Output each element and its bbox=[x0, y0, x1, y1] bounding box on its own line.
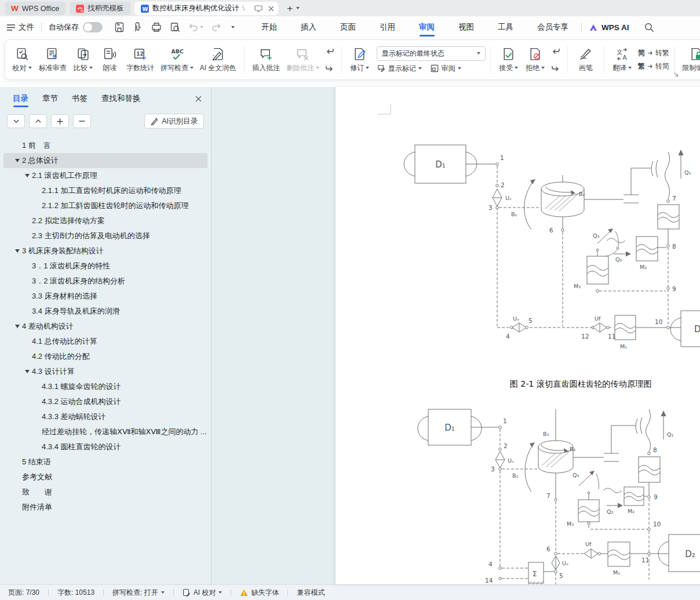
sidebar-tab-find-replace[interactable]: 查找和替换 bbox=[101, 88, 141, 110]
word-count-indicator[interactable]: 字数: 10513 bbox=[57, 588, 94, 598]
file-menu-button[interactable]: 文件 bbox=[7, 22, 34, 32]
accept-button[interactable]: 接受 bbox=[495, 45, 522, 75]
autosave-toggle[interactable] bbox=[83, 22, 103, 32]
ai-recognize-toc-button[interactable]: AI识别目录 bbox=[144, 114, 204, 129]
search-icon[interactable] bbox=[644, 23, 654, 32]
svg-text:8: 8 bbox=[672, 243, 676, 250]
divider bbox=[103, 589, 104, 596]
brush-button[interactable]: 画笔 bbox=[573, 45, 599, 75]
read-aloud-button[interactable]: 朗读 bbox=[96, 45, 123, 75]
menu-tab-1[interactable]: 插入 bbox=[300, 17, 318, 38]
reject-button[interactable]: 拒绝 bbox=[522, 45, 549, 75]
toc-item[interactable]: 致 谢 bbox=[3, 485, 207, 500]
standard-review-button[interactable]: 标准审查 bbox=[35, 45, 70, 75]
markup-state-select[interactable]: 显示标记的最终状态 bbox=[377, 46, 486, 61]
spell-check-button[interactable]: ABC 拼写检查 bbox=[158, 45, 197, 75]
toc-collapse-icon[interactable] bbox=[23, 370, 32, 373]
missing-font-warning[interactable]: 缺失字体 bbox=[240, 588, 279, 598]
toc-item[interactable]: 4.3.1 螺旋伞齿轮的设计 bbox=[3, 379, 207, 394]
toc-item[interactable]: 3．1 滚齿机床身的特性 bbox=[3, 259, 207, 274]
toc-item[interactable]: 3.3 床身材料的选择 bbox=[3, 289, 207, 304]
toc-item[interactable]: 4.1 总传动比的计算 bbox=[3, 334, 207, 349]
print-button[interactable] bbox=[151, 22, 162, 32]
save-button[interactable] bbox=[114, 22, 125, 32]
track-changes-button[interactable]: 修订 bbox=[347, 45, 373, 75]
sidebar-tab-bookmarks[interactable]: 书签 bbox=[72, 88, 88, 110]
toc-item[interactable]: 2 总体设计 bbox=[3, 153, 207, 168]
toc-item[interactable]: 4 差动机构设计 bbox=[3, 319, 207, 334]
show-markup-button[interactable]: 显示标记 bbox=[377, 64, 422, 74]
toc-item[interactable]: 2.2 拟定选择传动方案 bbox=[3, 213, 207, 228]
toc-item[interactable]: 4.3.4 圆柱直齿轮的设计 bbox=[3, 439, 207, 454]
quick-toolbar-chevron-icon[interactable] bbox=[229, 26, 235, 28]
toc-item[interactable]: 2.1.2 加工斜齿圆柱齿轮时的运动和传动原理 bbox=[3, 198, 207, 213]
wps-ai-button[interactable]: WPS AI bbox=[589, 23, 629, 32]
menu-tab-6[interactable]: 工具 bbox=[497, 17, 515, 38]
toc-collapse-icon[interactable] bbox=[13, 325, 22, 328]
toc-item[interactable]: 1 前 言 bbox=[3, 138, 207, 153]
page-indicator[interactable]: 页面: 7/30 bbox=[8, 588, 39, 598]
toc-collapse-icon[interactable] bbox=[13, 159, 22, 162]
simplified-to-traditional-button[interactable]: 简 转繁 bbox=[638, 48, 669, 58]
svg-text:9: 9 bbox=[672, 285, 676, 292]
ai-polish-button[interactable]: AI 全文润色 bbox=[196, 45, 239, 75]
translate-button[interactable]: 文A 翻译 bbox=[609, 45, 636, 75]
tab-docer-templates[interactable]: AI 找稻壳模板 bbox=[70, 2, 130, 15]
spellcheck-status[interactable]: 拼写检查: 打开 bbox=[112, 588, 165, 598]
sidebar-tab-toc[interactable]: 目录 bbox=[13, 88, 28, 110]
sidebar-close-icon[interactable] bbox=[195, 96, 202, 102]
toc-item[interactable]: 参考文献 bbox=[3, 470, 207, 485]
zoom-in-toc-button[interactable] bbox=[51, 114, 69, 128]
collapse-all-button[interactable] bbox=[29, 114, 47, 128]
menu-tab-2[interactable]: 页面 bbox=[339, 17, 357, 38]
word-count-button[interactable]: 12 字数统计 bbox=[123, 45, 157, 75]
previous-comment-icon[interactable] bbox=[324, 47, 336, 57]
toc-item[interactable]: 4.3 设计计算 bbox=[3, 364, 207, 379]
compare-button[interactable]: 比较 bbox=[70, 45, 96, 75]
toc-collapse-icon[interactable] bbox=[23, 174, 32, 177]
next-comment-icon[interactable] bbox=[324, 62, 336, 72]
menu-tab-0[interactable]: 开始 bbox=[260, 17, 278, 38]
toc-item[interactable]: 4.2 传动比的分配 bbox=[3, 349, 207, 364]
tab-wps-home[interactable]: W WPS Office bbox=[5, 2, 65, 15]
review-pane-button[interactable]: 审阅 bbox=[430, 64, 461, 74]
toc-item[interactable]: 3 机床床身装配结构设计 bbox=[3, 243, 207, 259]
toc-item[interactable]: 5 结束语 bbox=[3, 454, 207, 470]
export-pdf-button[interactable] bbox=[133, 22, 143, 32]
close-tab-icon[interactable] bbox=[268, 6, 274, 12]
traditional-to-simplified-button[interactable]: 繁 转简 bbox=[638, 61, 669, 71]
toc-item[interactable]: 3.4 床身导轨及机床的润滑 bbox=[3, 304, 207, 319]
svg-text:10: 10 bbox=[653, 521, 661, 528]
sidebar-tab-chapters[interactable]: 章节 bbox=[42, 88, 58, 110]
group-expand-icon[interactable] bbox=[673, 72, 679, 77]
toc-item[interactable]: 4.3.2 运动合成机构设计 bbox=[3, 394, 207, 409]
svg-text:2: 2 bbox=[501, 181, 505, 188]
toc-item[interactable]: 附件清单 bbox=[3, 500, 207, 515]
toc-item[interactable]: 2.1.1 加工直齿轮时机床的运动和传动原理 bbox=[3, 183, 207, 198]
compatibility-mode-indicator[interactable]: 兼容模式 bbox=[297, 588, 325, 598]
expand-all-button[interactable] bbox=[7, 114, 25, 128]
zoom-out-toc-button[interactable] bbox=[73, 114, 91, 128]
document-page[interactable]: D₁ 1 2 Uᵥ 3 B₁ B₂ 6 Q₃ Q₁ 7 8 M₂ Q₂ M₃ 9 bbox=[335, 87, 700, 584]
toc-item[interactable]: 经过差动挂轮，传递轴ⅩⅦ和轴ⅩⅧ之间的动力 ... bbox=[3, 424, 207, 439]
tab-list-chevron-icon[interactable] bbox=[296, 7, 300, 9]
toc-item[interactable]: 2.1 滚齿机工作原理 bbox=[3, 168, 207, 183]
menu-tab-3[interactable]: 引用 bbox=[378, 17, 396, 38]
insert-comment-button[interactable]: 插入批注 bbox=[249, 45, 283, 75]
toc-item[interactable]: 2.3 主切削力的估算及电动机的选择 bbox=[3, 228, 207, 243]
toc-item[interactable]: 4.3.3 差动蜗轮设计 bbox=[3, 409, 207, 424]
menu-tab-5[interactable]: 视图 bbox=[457, 17, 475, 38]
screen-share-icon[interactable] bbox=[254, 5, 262, 12]
restrict-edit-button[interactable]: 限制编辑 bbox=[679, 45, 700, 75]
next-revision-icon[interactable] bbox=[550, 62, 562, 72]
print-preview-button[interactable] bbox=[170, 22, 180, 32]
toc-item[interactable]: 3．2 滚齿机床身的结构分析 bbox=[3, 274, 207, 289]
menu-tab-4[interactable]: 审阅 bbox=[418, 17, 436, 38]
proofread-button[interactable]: 校对 bbox=[9, 45, 35, 75]
new-tab-button[interactable]: + bbox=[287, 3, 293, 13]
tab-document-active[interactable]: W 数控机床床身机构优化设计 讠 bbox=[134, 2, 279, 15]
ai-proofread-status[interactable]: AI 校对 bbox=[183, 588, 223, 598]
toc-collapse-icon[interactable] bbox=[13, 249, 22, 253]
previous-revision-icon[interactable] bbox=[550, 47, 562, 57]
menu-tab-7[interactable]: 会员专享 bbox=[536, 17, 570, 38]
